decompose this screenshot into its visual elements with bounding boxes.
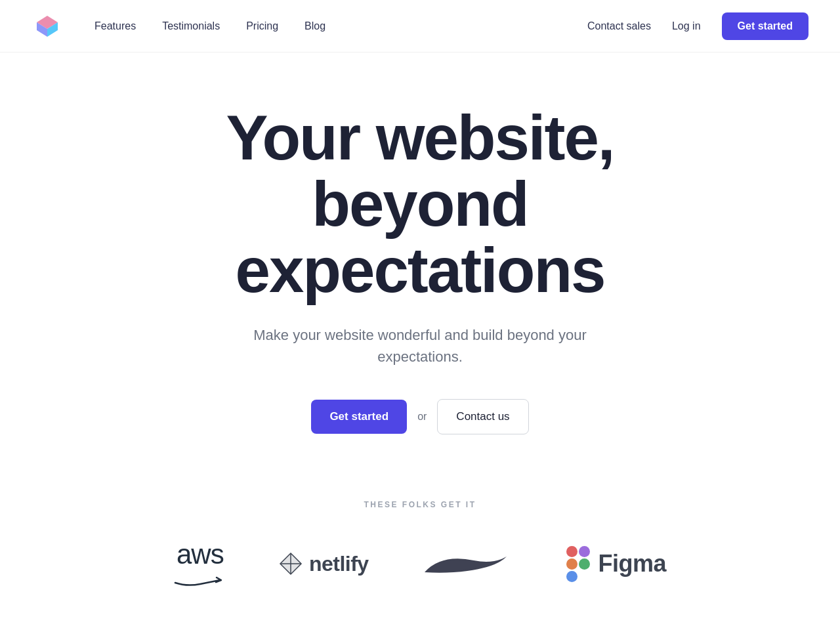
figma-icon bbox=[566, 545, 591, 582]
nav-contact-sales[interactable]: Contact sales bbox=[587, 20, 651, 32]
nav-link-pricing[interactable]: Pricing bbox=[246, 20, 278, 32]
hero-cta-group: Get started or Contact us bbox=[311, 399, 528, 434]
hero-get-started-button[interactable]: Get started bbox=[311, 400, 407, 434]
svg-rect-13 bbox=[566, 571, 578, 582]
nav-link-features[interactable]: Features bbox=[94, 20, 136, 32]
hero-subtitle: Make your website wonderful and build be… bbox=[249, 324, 591, 368]
nav-links-right: Contact sales Log in Get started bbox=[587, 12, 808, 40]
hero-contact-us-button[interactable]: Contact us bbox=[437, 399, 528, 434]
svg-rect-10 bbox=[579, 546, 590, 557]
aws-arrow-icon bbox=[174, 575, 226, 587]
nav-get-started-button[interactable]: Get started bbox=[722, 12, 808, 40]
aws-text: aws bbox=[177, 541, 224, 568]
social-proof-label: THESE FOLKS GET IT bbox=[364, 500, 476, 509]
netlify-diamond-icon bbox=[279, 552, 303, 576]
logo[interactable] bbox=[32, 10, 63, 42]
aws-logo: aws bbox=[174, 541, 226, 587]
netlify-text: netlify bbox=[309, 552, 369, 576]
figma-logo: Figma bbox=[566, 545, 667, 582]
hero-title: Your website, beyond expectations bbox=[125, 105, 715, 303]
cta-or-text: or bbox=[417, 411, 427, 423]
nav-link-blog[interactable]: Blog bbox=[304, 20, 326, 32]
logos-row: aws netlify bbox=[32, 541, 808, 587]
nike-swoosh-icon bbox=[421, 547, 513, 580]
nav-link-testimonials[interactable]: Testimonials bbox=[162, 20, 220, 32]
nike-logo bbox=[421, 547, 513, 580]
svg-rect-11 bbox=[566, 558, 578, 570]
figma-text: Figma bbox=[598, 550, 667, 578]
svg-rect-9 bbox=[566, 546, 578, 557]
navbar: Features Testimonials Pricing Blog Conta… bbox=[0, 0, 840, 52]
nav-login[interactable]: Log in bbox=[672, 20, 701, 32]
hero-section: Your website, beyond expectations Make y… bbox=[0, 52, 840, 474]
netlify-logo: netlify bbox=[279, 552, 369, 576]
social-proof-section: THESE FOLKS GET IT aws netlify bbox=[0, 474, 840, 626]
nav-links-left: Features Testimonials Pricing Blog bbox=[94, 20, 587, 32]
svg-rect-12 bbox=[579, 558, 590, 570]
